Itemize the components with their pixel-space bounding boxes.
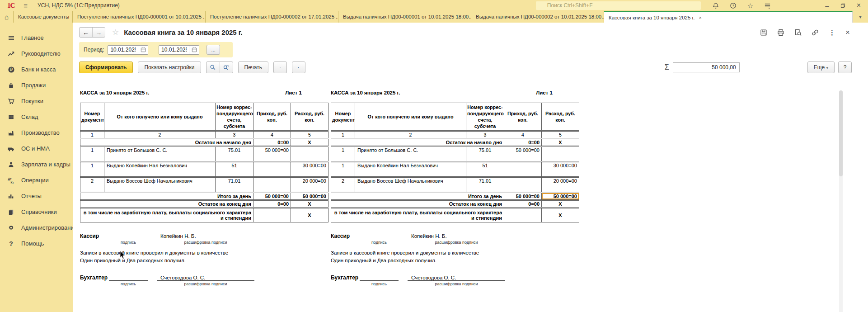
service-menu-icon[interactable] [764,2,771,9]
closing-income-cell[interactable]: 0=00 [253,200,291,208]
tab-list-dropdown[interactable]: ▾ [853,11,868,23]
print-preview-button[interactable] [273,61,287,73]
income-cell[interactable]: 50 000=00 [253,147,291,162]
link-icon[interactable] [812,29,819,36]
col-doc-number[interactable]: Номер документа [80,103,104,131]
closing-label-cell[interactable]: Остаток на конец дня [80,200,253,208]
account-cell[interactable]: 75.01 [216,147,253,162]
expense-cell[interactable]: 20 000=00 [542,177,579,193]
sidebar-item-purchases[interactable]: Покупки [0,93,73,109]
sidebar-item-fixed-assets[interactable]: ОС и НМА [0,141,73,156]
period-from-input[interactable] [108,47,138,53]
description-cell[interactable]: Принято от Большов С. С. [104,147,216,162]
help-button[interactable]: ? [838,61,852,73]
notifications-bell-icon[interactable] [713,2,719,9]
tab-cash-documents[interactable]: Кассовые документы × [14,11,73,23]
account-cell[interactable]: 75.01 [466,147,504,162]
expense-cell[interactable]: 30 000=00 [542,162,579,177]
find-next-icon[interactable] [220,62,233,73]
expense-cell[interactable]: 30 000=00 [291,162,328,177]
sum-total-field[interactable] [673,62,740,72]
account-cell[interactable]: 71.01 [466,177,504,193]
sidebar-item-reports[interactable]: Отчеты [0,188,73,204]
col-num[interactable]: 1 [331,131,355,139]
favorite-star-icon[interactable]: ☆ [112,28,119,37]
description-cell[interactable]: Выдано Боссов Шеф Начальникович [355,177,466,193]
income-cell[interactable] [253,177,291,193]
home-tab[interactable]: ⌂ [0,11,14,23]
main-menu-icon[interactable]: ≡ [23,2,28,9]
sidebar-item-production[interactable]: Производство [0,125,73,141]
sidebar-item-administration[interactable]: Администрирование [0,220,73,236]
col-num[interactable]: 4 [504,131,542,139]
income-cell[interactable] [504,162,542,177]
col-num[interactable]: 5 [542,131,579,139]
total-expense-cell[interactable]: 50 000=00 [291,193,328,200]
total-label-cell[interactable]: Итого за день [80,193,253,200]
expense-cell[interactable] [542,147,579,162]
doc-number-cell[interactable]: 2 [331,177,355,193]
expense-cell[interactable] [291,147,328,162]
opening-income-cell[interactable]: 0=00 [504,139,542,147]
including-expense-cell[interactable]: X [291,208,328,222]
col-income[interactable]: Приход, руб. коп. [504,103,542,131]
col-doc-number[interactable]: Номер документа [331,103,355,131]
doc-number-cell[interactable]: 1 [80,162,104,177]
col-num[interactable]: 1 [80,131,104,139]
calendar-icon[interactable] [189,45,199,55]
account-cell[interactable]: 71.01 [216,177,253,193]
sidebar-item-manager[interactable]: Руководителю [0,46,73,61]
col-num[interactable]: 3 [466,131,504,139]
global-search[interactable] [536,1,701,10]
history-icon[interactable] [730,2,737,9]
doc-number-cell[interactable]: 2 [80,177,104,193]
calendar-icon[interactable] [138,45,148,55]
sidebar-item-bank-cash[interactable]: ₽ Банк и касса [0,61,73,77]
tab-cash-book-active[interactable]: Кассовая книга за 10 января 2025 г. × [604,11,853,23]
col-account[interactable]: Номер коррес-пондирующего счета, субсчет… [216,103,253,131]
print-icon[interactable] [777,29,784,36]
sidebar-item-help[interactable]: ? Помощь [0,236,73,251]
col-num[interactable]: 3 [216,131,253,139]
description-cell[interactable]: Выдано Копейкин Нал Безналович [104,162,216,177]
opening-income-cell[interactable]: 0=00 [253,139,291,147]
sidebar-item-references[interactable]: Справочники [0,204,73,220]
back-button[interactable]: ← [80,28,92,37]
period-to-input[interactable] [159,47,189,53]
print-button[interactable]: Печать [238,61,268,73]
tab-cash-issue-2[interactable]: Выдача наличных НД00-000002 от 10.01.202… [471,11,604,23]
preview-icon[interactable] [794,29,802,36]
tab-cash-receipt-2[interactable]: Поступление наличных НД00-000002 от 17.0… [206,11,338,23]
col-counterparty[interactable]: От кого получено или кому выдано [355,103,466,131]
including-label-cell[interactable]: в том числе на заработную плату, выплаты… [331,208,504,222]
sidebar-item-salary-hr[interactable]: Зарплата и кадры [0,156,73,172]
sidebar-item-operations[interactable]: ДтКт Операции [0,172,73,188]
sidebar-item-main[interactable]: Главное [0,30,73,46]
col-expense[interactable]: Расход, руб. коп. [291,103,328,131]
total-income-cell[interactable]: 50 000=00 [253,193,291,200]
search-input[interactable] [547,2,698,9]
tab-cash-issue-1[interactable]: Выдача наличных НД00-000001 от 10.01.202… [338,11,471,23]
tab-close-icon[interactable]: × [699,15,702,20]
including-income-cell[interactable] [253,208,291,222]
closing-label-cell[interactable]: Остаток на конец дня [331,200,504,208]
col-num[interactable]: 2 [355,131,466,139]
col-account[interactable]: Номер коррес-пондирующего счета, субсчет… [466,103,504,131]
total-label-cell[interactable]: Итого за день [331,193,504,200]
description-cell[interactable]: Принято от Большов С. С. [355,147,466,162]
generate-button[interactable]: Сформировать [79,61,133,73]
restore-window-icon[interactable] [840,3,846,9]
income-cell[interactable] [253,162,291,177]
minimize-icon[interactable]: – [825,2,829,9]
close-document-icon[interactable]: × [845,28,850,37]
col-counterparty[interactable]: От кого получено или кому выдано [104,103,216,131]
sidebar-item-warehouse[interactable]: Склад [0,109,73,125]
sidebar-item-sales[interactable]: Продажи [0,77,73,93]
close-window-icon[interactable]: × [857,2,861,9]
more-button[interactable]: Еще ▾ [807,61,835,73]
total-expense-cell[interactable]: 50 000=00 [542,193,579,200]
save-report-button[interactable] [292,61,305,73]
col-num[interactable]: 4 [253,131,291,139]
opening-expense-cell[interactable]: X [291,139,328,147]
account-cell[interactable]: 51 [466,162,504,177]
